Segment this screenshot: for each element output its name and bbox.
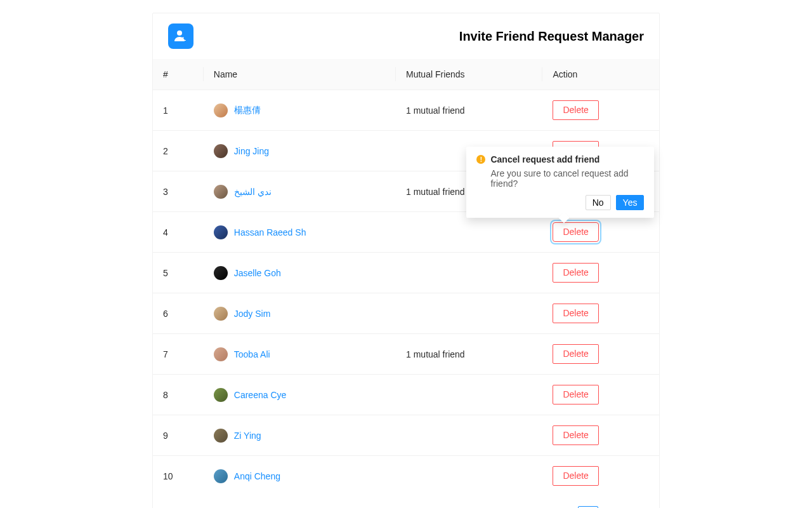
popover-title-row: ! Cancel request add friend [476,154,644,164]
app-icon [168,23,193,49]
delete-button[interactable]: Delete [553,344,598,364]
user-name-link[interactable]: Anqi Cheng [234,471,280,481]
row-action-cell: Delete [542,375,659,415]
table-row: 6Jody SimDelete [153,293,659,334]
user-name-link[interactable]: ندي الشيخ [234,187,272,197]
row-mutual: 1 mutual friend [396,334,542,375]
col-header-mutual: Mutual Friends [396,59,542,90]
row-name-cell: Jing Jing [204,131,396,171]
card-header: Invite Friend Request Manager [153,13,659,59]
avatar [214,469,228,483]
row-action-cell: Delete [542,293,659,334]
avatar [214,429,228,443]
row-index: 9 [153,415,204,456]
row-mutual [396,293,542,334]
row-action-cell: Delete ! Cancel request add friend Are y… [542,212,659,253]
row-name-cell: 楊惠倩 [204,90,396,131]
delete-button[interactable]: Delete [553,263,598,283]
popover-actions: No Yes [476,195,644,210]
col-header-index: # [153,59,204,90]
row-mutual [396,212,542,253]
row-name-cell: Jaselle Goh [204,253,396,293]
row-index: 10 [153,456,204,497]
user-name-link[interactable]: Zi Ying [234,431,261,441]
yes-button[interactable]: Yes [616,195,645,210]
delete-button[interactable]: Delete [553,385,598,404]
no-button[interactable]: No [586,195,611,210]
row-name-cell: Jody Sim [204,293,396,334]
avatar [214,307,228,321]
row-name-cell: Hassan Raeed Sh [204,212,396,253]
delete-button[interactable]: Delete [553,222,598,242]
row-index: 3 [153,171,204,212]
table-row: 9Zi YingDelete [153,415,659,456]
col-header-name: Name [204,59,396,90]
user-name-link[interactable]: Jing Jing [234,146,269,156]
row-name-cell: Zi Ying [204,415,396,456]
avatar [214,347,228,361]
row-action-cell: Delete [542,90,659,131]
user-name-link[interactable]: Tooba Ali [234,349,270,359]
row-index: 6 [153,293,204,334]
requests-table: # Name Mutual Friends Action 1楊惠倩1 mutua… [153,59,659,496]
pagination: 12 [153,496,659,508]
page-title: Invite Friend Request Manager [459,29,644,44]
user-name-link[interactable]: 楊惠倩 [234,105,261,116]
user-name-link[interactable]: Jaselle Goh [234,268,281,278]
row-action-cell: Delete [542,253,659,293]
table-row: 7Tooba Ali1 mutual friendDelete [153,334,659,375]
row-index: 2 [153,131,204,171]
app-card: Invite Friend Request Manager # Name Mut… [152,13,660,508]
user-name-link[interactable]: Jody Sim [234,309,271,319]
row-index: 1 [153,90,204,131]
row-name-cell: ندي الشيخ [204,171,396,212]
row-name-cell: Anqi Cheng [204,456,396,497]
row-mutual: 1 mutual friend [396,90,542,131]
row-index: 5 [153,253,204,293]
avatar [214,266,228,280]
avatar [214,225,228,239]
svg-point-0 [177,30,182,36]
user-name-link[interactable]: Hassan Raeed Sh [234,227,306,237]
table-row: 10Anqi ChengDelete [153,456,659,497]
table-row: 4Hassan Raeed ShDelete ! Cancel request … [153,212,659,253]
popover-body: Are you sure to cancel request add frien… [490,168,644,189]
row-mutual [396,415,542,456]
row-name-cell: Tooba Ali [204,334,396,375]
row-index: 7 [153,334,204,375]
table-row: 5Jaselle GohDelete [153,253,659,293]
user-name-link[interactable]: Careena Cye [234,390,287,400]
row-index: 8 [153,375,204,415]
row-mutual [396,456,542,497]
row-mutual [396,253,542,293]
row-action-cell: Delete [542,456,659,497]
table-row: 1楊惠倩1 mutual friendDelete [153,90,659,131]
table-row: 8Careena CyeDelete [153,375,659,415]
col-header-action: Action [542,59,659,90]
confirm-popover: ! Cancel request add friend Are you sure… [466,147,654,218]
avatar [214,185,228,199]
delete-button[interactable]: Delete [553,304,598,323]
delete-button[interactable]: Delete [553,466,598,486]
user-swap-icon [173,29,188,44]
avatar [214,104,228,117]
table-header-row: # Name Mutual Friends Action [153,59,659,90]
delete-button[interactable]: Delete [553,425,598,445]
popover-title: Cancel request add friend [490,154,599,164]
row-action-cell: Delete [542,334,659,375]
delete-button[interactable]: Delete [553,100,598,120]
avatar [214,144,228,158]
avatar [214,388,228,402]
row-index: 4 [153,212,204,253]
row-name-cell: Careena Cye [204,375,396,415]
row-mutual [396,375,542,415]
warning-icon: ! [476,155,485,164]
row-action-cell: Delete [542,415,659,456]
